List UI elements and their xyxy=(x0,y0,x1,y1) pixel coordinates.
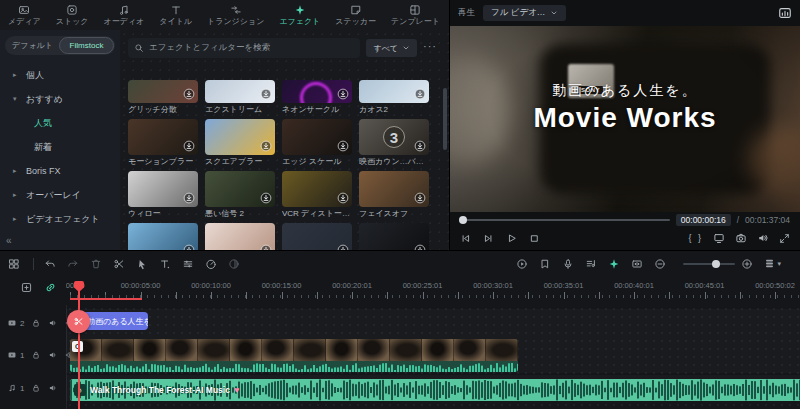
download-icon[interactable] xyxy=(183,88,195,100)
effect-item[interactable]: 悪い信号 2 xyxy=(205,171,275,218)
zoom-slider-handle[interactable] xyxy=(712,260,720,268)
effect-item[interactable]: ウィロー xyxy=(128,171,198,218)
track-lane[interactable] xyxy=(66,309,800,337)
mute-track-icon[interactable] xyxy=(48,318,58,328)
zoom-in-button[interactable] xyxy=(741,258,753,270)
effect-item[interactable]: フェイスオフ xyxy=(359,171,429,218)
effect-item[interactable]: モーションブラー xyxy=(128,119,198,166)
step-forward-button[interactable] xyxy=(483,233,494,244)
download-icon[interactable] xyxy=(183,192,195,204)
effect-item[interactable]: カオス2 xyxy=(359,80,429,114)
search-input[interactable]: エフェクトとフィルターを検索 xyxy=(128,38,360,58)
effect-item[interactable]: ネオンサークル xyxy=(282,80,352,114)
quick-text-button[interactable] xyxy=(159,258,171,270)
split-scissors-button[interactable] xyxy=(67,310,90,333)
add-track-icon[interactable] xyxy=(20,281,33,294)
adjust-button[interactable] xyxy=(182,258,194,270)
collapse-sidebar-icon[interactable]: « xyxy=(6,235,12,246)
select-tool-button[interactable] xyxy=(136,258,148,270)
nav-item-template[interactable]: テンプレート xyxy=(391,4,440,26)
effect-item[interactable]: シネマ219 xyxy=(282,223,352,250)
preview-video[interactable]: SONY 動画のある人生を。 Movie Works xyxy=(450,26,800,212)
fit-timeline-button[interactable] xyxy=(631,258,643,270)
zoom-out-button[interactable] xyxy=(654,258,666,270)
nav-item-stock[interactable]: ストック xyxy=(56,4,89,26)
download-icon[interactable] xyxy=(337,140,349,152)
sidebar-item[interactable]: ▸オーバーレイ xyxy=(0,183,120,207)
sidebar-item[interactable]: ▸個人 xyxy=(0,63,120,87)
effect-item[interactable]: VCR ディストーション xyxy=(282,171,352,218)
download-icon[interactable] xyxy=(337,88,349,100)
audio-meter-icon[interactable] xyxy=(778,6,792,20)
nav-item-title[interactable]: タイトル xyxy=(159,4,192,26)
fullscreen-button[interactable] xyxy=(779,233,790,244)
seek-handle[interactable] xyxy=(459,216,467,224)
effect-item[interactable]: エッジ スケール xyxy=(282,119,352,166)
sidebar-item[interactable]: ▾おすすめ xyxy=(0,87,120,111)
render-preview-button[interactable] xyxy=(516,258,528,270)
delete-button[interactable] xyxy=(90,258,102,270)
speed-button[interactable] xyxy=(205,258,217,270)
filter-dropdown[interactable]: すべて xyxy=(366,39,417,57)
keyframe-button[interactable] xyxy=(608,258,620,270)
effect-item[interactable]: グリッチ分散 xyxy=(128,80,198,114)
effect-item[interactable]: サイレント映画 xyxy=(359,223,429,250)
mute-track-icon[interactable] xyxy=(48,350,58,360)
sidebar-item[interactable]: 人気 xyxy=(0,111,120,135)
effect-item[interactable]: エクストリーム xyxy=(205,80,275,114)
snapshot-button[interactable] xyxy=(735,232,747,244)
mask-button[interactable] xyxy=(228,258,240,270)
more-options-button[interactable]: ··· xyxy=(423,40,441,56)
nav-item-transition[interactable]: トランジション xyxy=(207,4,264,26)
marker-button[interactable] xyxy=(539,258,551,270)
music-clip[interactable]: ♪ Walk Through The Forest-AI Music ♥ xyxy=(70,379,800,401)
sidebar-item[interactable]: 新着 xyxy=(0,135,120,159)
download-icon[interactable] xyxy=(260,88,272,100)
play-button[interactable] xyxy=(506,233,517,244)
effect-item[interactable]: オートエンハンス xyxy=(128,223,198,250)
step-back-button[interactable] xyxy=(460,233,471,244)
timeline-ruler[interactable]: 00:00:0000:00:05:0000:00:10:0000:00:15:0… xyxy=(0,276,800,305)
sidebar-tab-0[interactable]: デフォルト xyxy=(6,37,59,54)
preview-mode-dropdown[interactable]: フル ビデオ… xyxy=(483,5,566,21)
lock-track-icon[interactable] xyxy=(31,350,41,360)
stop-button[interactable] xyxy=(529,233,540,244)
sidebar-item[interactable]: ▸Boris FX xyxy=(0,159,120,183)
timeline-zoom-slider[interactable] xyxy=(683,263,735,265)
mute-track-icon[interactable] xyxy=(48,383,58,393)
download-icon[interactable] xyxy=(414,192,426,204)
nav-item-effects[interactable]: エフェクト xyxy=(279,4,320,26)
voiceover-button[interactable] xyxy=(562,258,574,270)
redo-button[interactable] xyxy=(67,258,79,270)
download-icon[interactable] xyxy=(183,140,195,152)
mark-in-out-button[interactable]: { } xyxy=(688,233,703,243)
undo-button[interactable] xyxy=(44,258,56,270)
download-icon[interactable] xyxy=(414,88,426,100)
lock-track-icon[interactable] xyxy=(31,318,41,328)
mirror-display-button[interactable] xyxy=(713,232,725,244)
split-button[interactable] xyxy=(113,258,125,270)
lock-track-icon[interactable] xyxy=(31,383,41,393)
effect-item[interactable]: 美顔 xyxy=(205,223,275,250)
effect-item[interactable]: スクエアブラー xyxy=(205,119,275,166)
sidebar-tab-1[interactable]: Filmstock xyxy=(59,37,114,54)
effect-item[interactable]: 3映画カウン…バーレイ 09 xyxy=(359,119,429,166)
seek-bar[interactable] xyxy=(460,219,670,221)
audio-mixer-button[interactable] xyxy=(585,258,597,270)
effects-scrollbar[interactable] xyxy=(443,88,447,150)
download-icon[interactable] xyxy=(260,192,272,204)
download-icon[interactable] xyxy=(414,140,426,152)
volume-button[interactable] xyxy=(757,232,769,244)
nav-item-media[interactable]: メディア xyxy=(8,4,41,26)
nav-item-sticker[interactable]: ステッカー xyxy=(335,4,376,26)
playhead-line[interactable] xyxy=(78,283,80,409)
nav-item-audio[interactable]: オーディオ xyxy=(104,4,145,26)
video-clip[interactable]: C xyxy=(70,339,518,372)
ruler-strip[interactable]: 00:00:0000:00:05:0000:00:10:0000:00:15:0… xyxy=(66,276,800,305)
track-manager-button[interactable] xyxy=(8,258,20,270)
download-icon[interactable] xyxy=(337,192,349,204)
track-height-button[interactable]: ▾ xyxy=(764,258,781,269)
auto-ripple-link-icon[interactable] xyxy=(44,281,57,294)
download-icon[interactable] xyxy=(260,140,272,152)
sidebar-item[interactable]: ▸ビデオエフェクト xyxy=(0,207,120,231)
